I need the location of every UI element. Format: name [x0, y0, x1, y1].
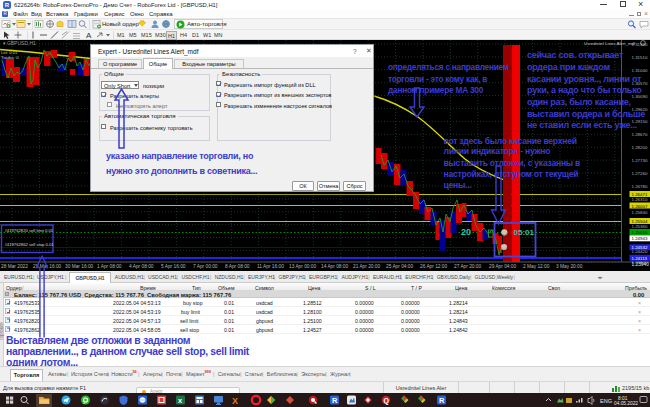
svg-text:2 May 12:00: 2 May 12:00: [523, 264, 550, 269]
svg-text:8:01: 8:01: [618, 396, 628, 401]
svg-text:1.31040: 1.31040: [632, 68, 648, 73]
svg-text:данном примере МА 300: данном примере МА 300: [388, 85, 484, 95]
svg-text:1.23940: 1.23940: [632, 262, 650, 267]
svg-text:05:01: 05:01: [514, 228, 535, 237]
svg-text:27 Apr 20:00: 27 Apr 20:00: [454, 264, 482, 269]
svg-text:один раз, было касание,: один раз, было касание,: [527, 97, 631, 107]
svg-text:1.24113: 1.24113: [632, 256, 648, 261]
svg-text:4 Apr 08:00: 4 Apr 08:00: [129, 264, 154, 269]
svg-text:#419762820 sell limit 0.01: #419762820 sell limit 0.01: [5, 228, 54, 233]
svg-text:1.24532: 1.24532: [632, 245, 648, 250]
svg-text:не ставил если есть уже...: не ставил если есть уже...: [527, 120, 637, 130]
svg-text:28 Mar 2022: 28 Mar 2022: [1, 264, 28, 269]
svg-text:26 Apr 12:00: 26 Apr 12:00: [420, 264, 448, 269]
svg-text:7 Apr 00:00: 7 Apr 00:00: [193, 264, 218, 269]
svg-text:3 May 20:00: 3 May 20:00: [556, 264, 583, 269]
svg-text:ордера при каждом: ордера при каждом: [527, 62, 610, 72]
svg-text:определяться с направлением: определяться с направлением: [388, 62, 509, 72]
svg-text:ENG: ENG: [600, 398, 612, 404]
svg-text:R: R: [439, 396, 445, 405]
svg-text:выставил ордера и больше: выставил ордера и больше: [527, 109, 645, 119]
svg-text:1.26471: 1.26471: [632, 192, 648, 197]
svg-text:Usrednitel Lines Alert_mdf: Usrednitel Lines Alert_mdf: [584, 41, 636, 46]
svg-text:торговли - это кому как, в: торговли - это кому как, в: [388, 74, 487, 84]
svg-text:1 Apr 08:00: 1 Apr 08:00: [97, 264, 122, 269]
svg-text:A: A: [86, 31, 92, 40]
svg-text:1.25010: 1.25010: [632, 230, 648, 235]
svg-text:1.28200: 1.28200: [632, 145, 648, 150]
svg-text:1.24943: 1.24943: [632, 236, 648, 241]
svg-text:1.27730: 1.27730: [632, 158, 648, 163]
svg-text:30 Mar 16:00: 30 Mar 16:00: [65, 264, 94, 269]
svg-text:11 Apr 16:00: 11 Apr 16:00: [257, 264, 284, 269]
svg-text:1.27260: 1.27260: [632, 171, 648, 176]
svg-text:1.26310: 1.26310: [632, 197, 648, 202]
svg-text:Q: Q: [384, 397, 390, 405]
svg-text:настройках, отступом от текуще: настройках, отступом от текущей: [444, 169, 579, 179]
svg-text:20: 20: [461, 227, 471, 237]
svg-text:руки, а надо что бы только: руки, а надо что бы только: [527, 85, 642, 95]
svg-text:1.26007: 1.26007: [632, 204, 648, 209]
svg-text:5 Apr 16:00: 5 Apr 16:00: [161, 264, 186, 269]
svg-text:X: X: [232, 396, 238, 406]
svg-text:1.25504: 1.25504: [632, 219, 648, 224]
svg-text:21 Apr 20:00: 21 Apr 20:00: [353, 264, 381, 269]
svg-text:13 Apr 00:00: 13 Apr 00:00: [289, 264, 317, 269]
svg-text:04.05.2022: 04.05.2022: [614, 401, 638, 406]
svg-text:#419762862 sell stop 0.01: #419762862 sell stop 0.01: [5, 242, 55, 247]
svg-text:▾ GBPUSD,H1: ▾ GBPUSD,H1: [3, 40, 36, 46]
svg-text:14 Apr 08:00: 14 Apr 08:00: [321, 264, 349, 269]
svg-text:цены...: цены...: [444, 180, 472, 190]
svg-text:касании уровня.., линии от: касании уровня.., линии от: [527, 74, 642, 84]
svg-text:выставить отложки, с указанны: выставить отложки, с указанны в: [444, 158, 581, 168]
svg-text:R: R: [332, 396, 338, 405]
svg-text:1.25360: 1.25360: [632, 224, 648, 229]
svg-text:25 Apr 04:00: 25 Apr 04:00: [386, 264, 414, 269]
svg-text:1.31510: 1.31510: [632, 55, 648, 60]
svg-text:8 Apr 08:00: 8 Apr 08:00: [225, 264, 250, 269]
svg-text:Trades: 0: Trades: 0: [1, 55, 19, 60]
svg-text:вот здесь было касание верхней: вот здесь было касание верхней: [444, 136, 577, 146]
svg-text:1.25840: 1.25840: [632, 210, 648, 215]
svg-text:1.26780: 1.26780: [632, 184, 648, 189]
svg-text:1.28670: 1.28670: [632, 132, 648, 137]
svg-text:сейчас сов. открывает: сейчас сов. открывает: [527, 50, 624, 60]
svg-text:29 Apr 04:00: 29 Apr 04:00: [489, 264, 517, 269]
svg-text:линии индикатора - нужно: линии индикатора - нужно: [444, 146, 551, 156]
